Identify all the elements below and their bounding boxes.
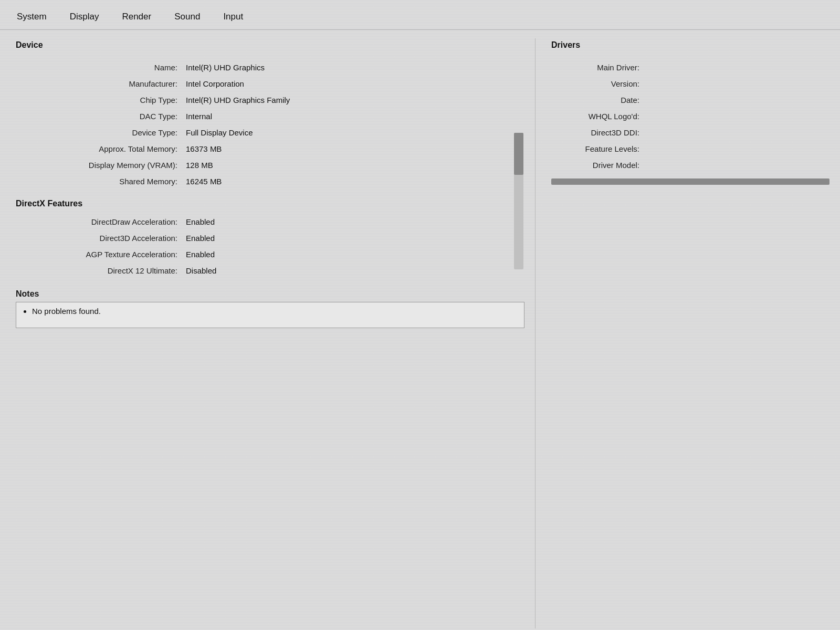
tab-bar: System Display Render Sound Input	[0, 4, 840, 30]
tab-sound[interactable]: Sound	[173, 9, 201, 24]
directx-info-table: DirectDraw Acceleration: Enabled Direct3…	[16, 214, 524, 279]
table-row: Device Type: Full Display Device	[16, 124, 524, 141]
table-row: AGP Texture Acceleration: Enabled	[16, 246, 524, 262]
device-section-title: Device	[16, 40, 524, 50]
driver-field-label: Feature Levels:	[551, 141, 646, 157]
table-row: Main Driver:	[551, 59, 830, 76]
notes-box: No problems found.	[16, 302, 524, 328]
table-row: Date:	[551, 92, 830, 108]
field-value: Disabled	[184, 262, 524, 279]
driver-field-value	[646, 92, 830, 108]
table-row: Name: Intel(R) UHD Graphics	[16, 59, 524, 76]
drivers-scrollbar[interactable]	[551, 178, 830, 185]
driver-field-value	[646, 124, 830, 141]
field-label: Display Memory (VRAM):	[16, 157, 184, 173]
field-label: Direct3D Acceleration:	[16, 230, 184, 246]
table-row: DirectDraw Acceleration: Enabled	[16, 214, 524, 230]
device-info-table: Name: Intel(R) UHD Graphics Manufacturer…	[16, 59, 524, 190]
notes-section: Notes No problems found.	[16, 289, 524, 328]
field-value: Enabled	[184, 214, 524, 230]
tab-display[interactable]: Display	[69, 9, 100, 24]
table-row: Manufacturer: Intel Corporation	[16, 76, 524, 92]
table-row: Direct3D Acceleration: Enabled	[16, 230, 524, 246]
field-value: Intel(R) UHD Graphics Family	[184, 92, 524, 108]
notes-section-title: Notes	[16, 289, 524, 299]
table-row: Display Memory (VRAM): 128 MB	[16, 157, 524, 173]
field-label: Device Type:	[16, 124, 184, 141]
drivers-info-table: Main Driver: Version: Date: WHQL Logo'd:…	[551, 59, 830, 173]
driver-field-value	[646, 76, 830, 92]
field-value: 16373 MB	[184, 141, 524, 157]
drivers-section-title: Drivers	[551, 40, 830, 50]
directx-section-title: DirectX Features	[16, 199, 524, 208]
scrollbar-thumb[interactable]	[514, 133, 523, 175]
scrollbar[interactable]	[514, 133, 523, 269]
table-row: Feature Levels:	[551, 141, 830, 157]
left-panel: Device Name: Intel(R) UHD Graphics Manuf…	[0, 38, 536, 628]
table-row: Shared Memory: 16245 MB	[16, 173, 524, 190]
table-row: Direct3D DDI:	[551, 124, 830, 141]
driver-field-value	[646, 157, 830, 173]
field-label: Chip Type:	[16, 92, 184, 108]
notes-item: No problems found.	[32, 307, 518, 316]
table-row: Driver Model:	[551, 157, 830, 173]
driver-field-label: Main Driver:	[551, 59, 646, 76]
driver-field-label: Driver Model:	[551, 157, 646, 173]
driver-field-value	[646, 141, 830, 157]
field-label: DirectDraw Acceleration:	[16, 214, 184, 230]
field-label: AGP Texture Acceleration:	[16, 246, 184, 262]
field-value: Intel(R) UHD Graphics	[184, 59, 524, 76]
driver-field-label: WHQL Logo'd:	[551, 108, 646, 124]
driver-field-value	[646, 59, 830, 76]
table-row: Chip Type: Intel(R) UHD Graphics Family	[16, 92, 524, 108]
field-value: 128 MB	[184, 157, 524, 173]
main-container: System Display Render Sound Input Device…	[0, 0, 840, 630]
table-row: DAC Type: Internal	[16, 108, 524, 124]
table-row: Version:	[551, 76, 830, 92]
field-value: Enabled	[184, 246, 524, 262]
field-value: Full Display Device	[184, 124, 524, 141]
content-area: Device Name: Intel(R) UHD Graphics Manuf…	[0, 30, 840, 628]
field-label: Shared Memory:	[16, 173, 184, 190]
driver-field-label: Direct3D DDI:	[551, 124, 646, 141]
right-panel: Drivers Main Driver: Version: Date: WHQL…	[536, 38, 840, 628]
field-value: 16245 MB	[184, 173, 524, 190]
table-row: DirectX 12 Ultimate: Disabled	[16, 262, 524, 279]
table-row: WHQL Logo'd:	[551, 108, 830, 124]
field-label: DirectX 12 Ultimate:	[16, 262, 184, 279]
driver-field-label: Date:	[551, 92, 646, 108]
field-value: Intel Corporation	[184, 76, 524, 92]
field-label: Approx. Total Memory:	[16, 141, 184, 157]
table-row: Approx. Total Memory: 16373 MB	[16, 141, 524, 157]
tab-input[interactable]: Input	[222, 9, 244, 24]
field-label: Manufacturer:	[16, 76, 184, 92]
tab-render[interactable]: Render	[121, 9, 152, 24]
field-label: DAC Type:	[16, 108, 184, 124]
field-value: Enabled	[184, 230, 524, 246]
field-label: Name:	[16, 59, 184, 76]
field-value: Internal	[184, 108, 524, 124]
driver-field-value	[646, 108, 830, 124]
driver-field-label: Version:	[551, 76, 646, 92]
tab-system[interactable]: System	[16, 9, 48, 24]
